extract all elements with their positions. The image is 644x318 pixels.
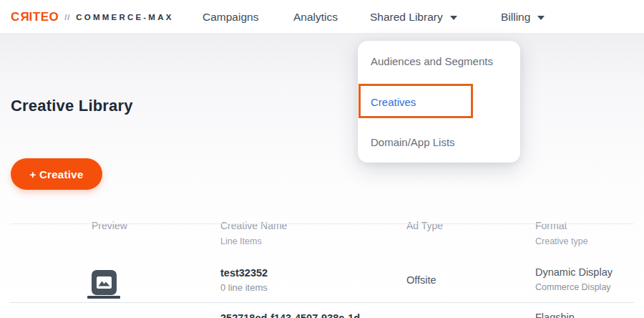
column-subheader-creative-type: Creative type bbox=[535, 236, 588, 246]
menu-item-creatives[interactable]: Creatives bbox=[358, 82, 520, 122]
table-row-test32352[interactable]: test32352 0 line items Offsite Dynamic D… bbox=[0, 258, 644, 302]
nav-item-campaigns[interactable]: Campaigns bbox=[203, 0, 258, 34]
table-row-252718ed[interactable]: 252718ed-f143-4507-938c-1d… 0 line items… bbox=[0, 303, 644, 318]
image-placeholder-icon bbox=[92, 270, 117, 295]
nav-label: Campaigns bbox=[203, 11, 258, 24]
caret-down-icon bbox=[450, 16, 457, 20]
creative-name: test32352 bbox=[220, 267, 268, 279]
header-divider bbox=[10, 223, 634, 224]
thumbnail-underline-bar bbox=[87, 296, 120, 299]
nav-label: Billing bbox=[501, 11, 530, 24]
page-content: Creative Library + Creative Preview Crea… bbox=[0, 34, 644, 318]
format-value: Dynamic Display bbox=[535, 266, 613, 278]
line-items-count: 0 line items bbox=[220, 282, 268, 293]
commerce-max-wordmark: COMMERCE-MAX bbox=[76, 13, 173, 21]
add-creative-button[interactable]: + Creative bbox=[11, 158, 102, 190]
image-glyph bbox=[97, 276, 112, 289]
menu-item-label: Domain/App Lists bbox=[371, 136, 455, 148]
criteo-brand-logo: CRITEO bbox=[11, 10, 59, 24]
top-navigation-bar: CRITEO // COMMERCE-MAX Campaigns Analyti… bbox=[0, 0, 644, 34]
nav-item-analytics[interactable]: Analytics bbox=[293, 0, 338, 34]
logo-letter: C bbox=[11, 10, 20, 24]
caret-down-icon bbox=[537, 16, 545, 20]
menu-item-label: Audiences and Segments bbox=[371, 55, 493, 67]
nav-label: Analytics bbox=[293, 11, 338, 24]
column-header-ad-type: Ad Type bbox=[406, 220, 443, 231]
column-subheader-line-items: Line Items bbox=[220, 236, 262, 246]
criteo-commerce-max-logo: CRITEO // COMMERCE-MAX bbox=[11, 0, 174, 34]
column-header-format: Format bbox=[535, 220, 567, 231]
shared-library-dropdown-menu: Audiences and Segments Creatives Domain/… bbox=[358, 41, 520, 163]
column-header-preview: Preview bbox=[92, 220, 127, 231]
creative-type-value: Commerce Display bbox=[535, 282, 611, 292]
creative-name: 252718ed-f143-4507-938c-1d… bbox=[220, 312, 371, 318]
column-header-creative-name: Creative Name bbox=[220, 220, 287, 231]
menu-item-audiences-and-segments[interactable]: Audiences and Segments bbox=[358, 41, 520, 82]
logo-reversed-r: R bbox=[20, 10, 29, 24]
ad-type-value: Offsite bbox=[406, 274, 436, 286]
menu-item-label: Creatives bbox=[371, 96, 416, 108]
logo-letters: ITEO bbox=[29, 10, 59, 24]
menu-item-domain-app-lists[interactable]: Domain/App Lists bbox=[358, 122, 520, 163]
table-header-row: Preview Creative Name Line Items Ad Type… bbox=[0, 215, 644, 257]
logo-separator: // bbox=[64, 13, 70, 21]
nav-item-shared-library[interactable]: Shared Library bbox=[370, 0, 457, 34]
nav-label: Shared Library bbox=[370, 11, 443, 24]
page-title: Creative Library bbox=[11, 97, 133, 115]
nav-item-billing[interactable]: Billing bbox=[501, 0, 545, 34]
format-value: Flagship bbox=[535, 312, 575, 318]
